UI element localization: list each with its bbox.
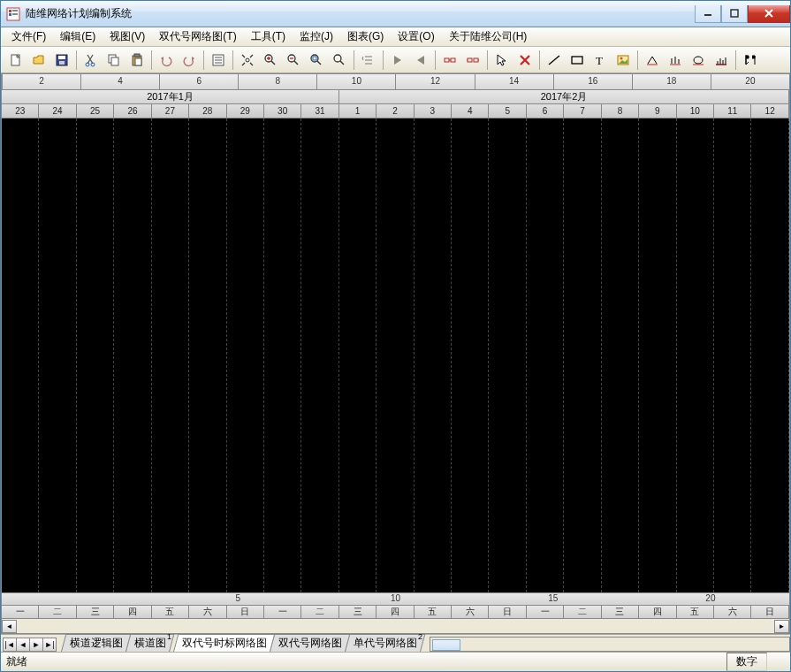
sheet-tab-active[interactable]: 双代号时标网络图: [173, 634, 275, 652]
undo-icon[interactable]: [156, 50, 177, 71]
grid-column: [152, 118, 189, 592]
weekday-cell: 四: [639, 606, 676, 618]
shape4-icon[interactable]: [711, 50, 732, 71]
shape1-icon[interactable]: [642, 50, 663, 71]
grid-column: [527, 118, 564, 592]
date-cell: 24: [39, 104, 76, 118]
top-ruler: 2 4 6 8 10 12 14 16 18 20: [2, 74, 789, 90]
weekday-cell: 四: [376, 606, 414, 618]
date-cell: 3: [415, 104, 452, 118]
date-cell: 28: [189, 104, 226, 118]
tab-scrollbar[interactable]: [430, 637, 790, 652]
new-file-icon[interactable]: [5, 50, 27, 71]
menubar: 文件(F) 编辑(E) 视图(V) 双代号网络图(T) 工具(T) 监控(J) …: [1, 27, 790, 47]
zoom-in-icon[interactable]: [260, 50, 281, 71]
image-tool-icon[interactable]: [612, 50, 634, 71]
link-left-icon[interactable]: [439, 50, 460, 71]
ruler-tick: 20: [711, 74, 789, 89]
grid-column: [415, 118, 452, 592]
zoom-100-icon[interactable]: [329, 50, 350, 71]
menu-tools[interactable]: 工具(T): [244, 27, 293, 46]
horizontal-scrollbar[interactable]: ◄ ►: [2, 618, 789, 633]
sheet-tab[interactable]: 双代号网络图: [270, 634, 350, 652]
next-icon[interactable]: [387, 50, 408, 71]
window-title: 陆维网络计划编制系统: [26, 6, 695, 21]
line-tool-icon[interactable]: [544, 50, 565, 71]
weekday-cell: 日: [227, 606, 264, 618]
collapse-icon[interactable]: [358, 50, 379, 71]
scroll-left-icon[interactable]: ◄: [2, 620, 17, 633]
grid-column: [751, 118, 788, 592]
sheet-tabs-row: |◄ ◄ ► ►| 横道逻辑图 横道图 1 双代号时标网络图 双代号网络图 单代…: [1, 634, 790, 652]
toolbar-separator: [151, 50, 152, 70]
pointer-icon[interactable]: [491, 50, 513, 71]
date-cell: 9: [639, 104, 676, 118]
milestone-icon[interactable]: [740, 50, 761, 71]
paste-icon[interactable]: [126, 50, 148, 71]
copy-icon[interactable]: [103, 50, 125, 71]
weekday-cell: 五: [677, 606, 714, 618]
tab-next-icon[interactable]: ►: [29, 638, 43, 652]
grid-column: [339, 118, 376, 592]
main-window: 陆维网络计划编制系统 文件(F) 编辑(E) 视图(V) 双代号网络图(T) 工…: [0, 0, 791, 672]
save-icon[interactable]: [51, 50, 72, 71]
weekday-cell: 一: [527, 606, 564, 618]
prev-icon[interactable]: [410, 50, 431, 71]
cut-icon[interactable]: [80, 50, 102, 71]
toolbar-separator: [637, 50, 638, 70]
rect-tool-icon[interactable]: [567, 50, 588, 71]
svg-rect-16: [134, 54, 140, 57]
menu-about[interactable]: 关于陆维公司(H): [442, 27, 535, 46]
zoom-region-icon[interactable]: [306, 50, 327, 71]
close-button[interactable]: [748, 5, 790, 23]
delete-icon[interactable]: [514, 50, 536, 71]
menu-file[interactable]: 文件(F): [4, 27, 53, 46]
weekday-cell: 一: [2, 606, 39, 618]
svg-rect-3: [12, 10, 18, 11]
date-cell: 31: [301, 104, 338, 118]
zoom-fit-icon[interactable]: [237, 50, 258, 71]
ruler-tick: 2: [2, 74, 80, 89]
list-icon[interactable]: [208, 50, 229, 71]
link-right-icon[interactable]: [462, 50, 483, 71]
scroll-right-icon[interactable]: ►: [774, 620, 789, 633]
toolbar: T: [1, 47, 790, 73]
ruler-tick: 18: [632, 74, 711, 89]
text-tool-icon[interactable]: T: [589, 50, 611, 71]
grid-column: [114, 118, 151, 592]
minimize-button[interactable]: [695, 5, 721, 23]
shape3-icon[interactable]: [688, 50, 709, 71]
svg-point-24: [334, 55, 341, 62]
tab-first-icon[interactable]: |◄: [3, 638, 17, 652]
sheet-tab[interactable]: 单代号网络图: [345, 634, 425, 652]
grid-column: [639, 118, 676, 592]
menu-settings[interactable]: 设置(O): [391, 27, 441, 46]
grid-column: [301, 118, 338, 592]
gantt-canvas[interactable]: [2, 118, 789, 592]
svg-rect-26: [451, 58, 455, 62]
bottom-rulers: 5 10 15 20 一二三四五六日一二三四五六日一二三四五六日: [2, 592, 789, 618]
month-cell: 2017年1月: [2, 90, 339, 103]
svg-rect-25: [445, 58, 449, 62]
open-file-icon[interactable]: [28, 50, 49, 71]
menu-monitor[interactable]: 监控(J): [293, 27, 340, 46]
date-cell: 8: [602, 104, 639, 118]
date-cell: 10: [677, 104, 714, 118]
menu-edit[interactable]: 编辑(E): [53, 27, 103, 46]
sheet-tab[interactable]: 横道逻辑图: [61, 634, 131, 652]
tab-prev-icon[interactable]: ◄: [16, 638, 30, 652]
tab-last-icon[interactable]: ►|: [42, 638, 57, 652]
week-ruler: 5 10 15 20: [2, 592, 789, 605]
grid-column: [376, 118, 414, 592]
svg-rect-28: [474, 58, 478, 62]
tab-scroll-controls: |◄ ◄ ► ►|: [3, 638, 56, 652]
maximize-button[interactable]: [721, 5, 748, 23]
date-cell: 12: [751, 104, 788, 118]
menu-chart[interactable]: 图表(G): [340, 27, 391, 46]
redo-icon[interactable]: [179, 50, 200, 71]
zoom-out-icon[interactable]: [283, 50, 304, 71]
date-cell: 4: [452, 104, 489, 118]
menu-network[interactable]: 双代号网络图(T): [152, 27, 243, 46]
menu-view[interactable]: 视图(V): [103, 27, 152, 46]
shape2-icon[interactable]: [665, 50, 686, 71]
